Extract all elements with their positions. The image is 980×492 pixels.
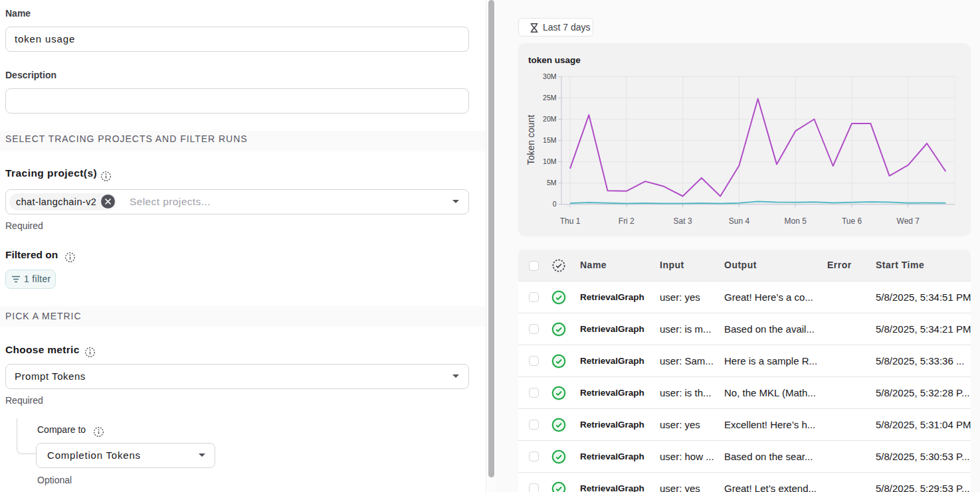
svg-text:20M: 20M <box>543 115 556 123</box>
svg-text:30M: 30M <box>543 72 556 80</box>
svg-text:Mon 5: Mon 5 <box>785 216 807 226</box>
svg-text:Sat 3: Sat 3 <box>674 216 692 226</box>
svg-text:0: 0 <box>553 200 557 208</box>
svg-text:Thu 1: Thu 1 <box>560 216 581 226</box>
svg-text:Token count: Token count <box>526 115 536 165</box>
svg-text:10M: 10M <box>543 157 556 165</box>
svg-text:Wed 7: Wed 7 <box>897 216 920 226</box>
svg-text:5M: 5M <box>547 179 557 187</box>
svg-text:25M: 25M <box>543 94 556 102</box>
svg-text:Tue 6: Tue 6 <box>842 216 862 226</box>
svg-text:15M: 15M <box>543 136 556 144</box>
svg-text:Sun 4: Sun 4 <box>729 216 750 226</box>
svg-text:Fri 2: Fri 2 <box>619 216 635 226</box>
